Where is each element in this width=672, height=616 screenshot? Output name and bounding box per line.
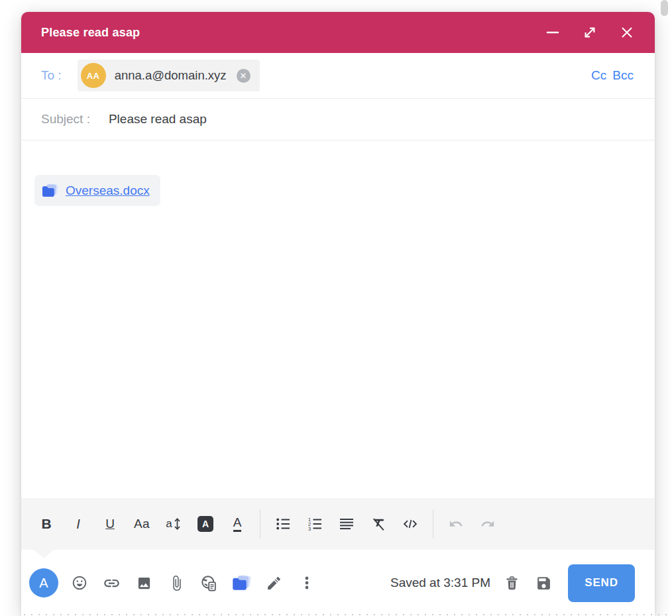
- font-family-icon: Aa: [134, 517, 150, 531]
- save-draft-icon: [535, 575, 552, 591]
- code-icon: [402, 516, 418, 532]
- bold-icon: B: [41, 516, 51, 532]
- minimize-icon: [545, 25, 560, 40]
- signature-button[interactable]: [258, 567, 290, 599]
- to-field-row[interactable]: To : AA anna.a@domain.xyz ✕ Cc Bcc: [21, 53, 655, 99]
- redo-icon: [480, 517, 495, 531]
- cloud-folder-icon: [41, 183, 59, 199]
- cloud-folder-icon: [231, 574, 252, 592]
- font-color-icon: A: [233, 516, 242, 532]
- font-family-button[interactable]: Aa: [126, 508, 158, 540]
- format-toolbar: B I U Aa a: [21, 498, 655, 550]
- underline-icon: U: [105, 517, 115, 531]
- recipient-chip[interactable]: AA anna.a@domain.xyz ✕: [78, 60, 260, 91]
- format-toggle-button[interactable]: A: [29, 568, 58, 597]
- cc-link[interactable]: Cc: [591, 68, 606, 83]
- numbered-list-button[interactable]: 1 2 3: [299, 508, 331, 540]
- link-icon: [103, 574, 121, 592]
- email-client-page: Please read asap: [0, 0, 672, 616]
- attachment-filename-link[interactable]: Overseas.docx: [66, 183, 150, 198]
- code-button[interactable]: [394, 508, 426, 540]
- subject-label: Subject :: [41, 112, 90, 127]
- to-label: To :: [41, 68, 62, 83]
- close-button[interactable]: [619, 25, 635, 40]
- font-size-button[interactable]: a: [158, 508, 190, 540]
- redo-button[interactable]: [472, 508, 504, 540]
- background-color-icon: A: [197, 516, 213, 532]
- updown-arrow-icon: [173, 517, 182, 531]
- italic-button[interactable]: I: [62, 508, 94, 540]
- close-icon: [619, 24, 635, 41]
- bullet-list-icon: [275, 516, 291, 532]
- compose-title: Please read asap: [41, 26, 140, 40]
- clear-format-button[interactable]: [363, 508, 394, 540]
- undo-icon: [449, 517, 463, 531]
- more-options-button[interactable]: [290, 567, 323, 599]
- justify-icon: [339, 516, 355, 532]
- justify-button[interactable]: [331, 508, 363, 540]
- emoji-icon: [71, 574, 88, 591]
- compose-action-bar: A: [21, 550, 655, 616]
- scrollbar-thumb[interactable]: [661, 0, 668, 16]
- remove-icon: ✕: [240, 72, 247, 80]
- attach-icon: [168, 575, 185, 591]
- background-color-button[interactable]: A: [190, 508, 221, 540]
- underline-button[interactable]: U: [94, 508, 126, 540]
- cloud-attach-button[interactable]: [225, 567, 258, 599]
- message-body-editor[interactable]: Overseas.docx: [21, 140, 655, 498]
- compose-window: Please read asap: [21, 12, 655, 616]
- minimize-button[interactable]: [545, 25, 561, 40]
- send-button[interactable]: SEND: [568, 564, 635, 602]
- translate-icon: [200, 574, 218, 592]
- subject-value: Please read asap: [109, 112, 207, 127]
- image-icon: [137, 576, 152, 591]
- discard-draft-button[interactable]: [496, 567, 528, 599]
- numbered-list-icon: 1 2 3: [307, 516, 323, 532]
- font-color-button[interactable]: A: [221, 508, 253, 540]
- bullet-list-button[interactable]: [267, 508, 299, 540]
- window-controls: [545, 25, 635, 40]
- subject-field-row[interactable]: Subject : Please read asap: [21, 99, 655, 140]
- format-toggle-icon: A: [39, 576, 48, 591]
- attach-file-button[interactable]: [160, 567, 193, 599]
- undo-button[interactable]: [440, 508, 472, 540]
- clear-format-icon: [370, 516, 387, 533]
- italic-icon: I: [76, 517, 80, 532]
- font-size-icon: a: [166, 517, 181, 531]
- more-options-icon: [299, 575, 315, 591]
- attachment-chip[interactable]: Overseas.docx: [34, 175, 160, 206]
- recipient-email: anna.a@domain.xyz: [115, 68, 227, 83]
- translate-button[interactable]: [193, 567, 225, 599]
- trash-icon: [504, 575, 520, 591]
- insert-image-button[interactable]: [128, 567, 160, 599]
- toolbar-divider: [260, 509, 260, 539]
- remove-recipient-button[interactable]: ✕: [237, 69, 251, 83]
- ccbcc-links: Cc Bcc: [591, 68, 642, 83]
- emoji-button[interactable]: [63, 567, 95, 599]
- saved-status: Saved at 3:31 PM: [390, 576, 490, 590]
- bottom-dotted-border: [24, 614, 672, 615]
- toolbar-divider: [433, 509, 433, 539]
- compose-header: Please read asap: [21, 12, 655, 53]
- insert-link-button[interactable]: [95, 567, 128, 599]
- expand-icon: [582, 25, 598, 40]
- save-draft-button[interactable]: [528, 567, 559, 599]
- svg-text:3: 3: [308, 526, 311, 532]
- recipient-avatar: AA: [81, 63, 106, 88]
- bold-button[interactable]: B: [30, 508, 62, 540]
- expand-button[interactable]: [582, 25, 598, 40]
- signature-pen-icon: [266, 575, 282, 591]
- bcc-link[interactable]: Bcc: [612, 68, 634, 83]
